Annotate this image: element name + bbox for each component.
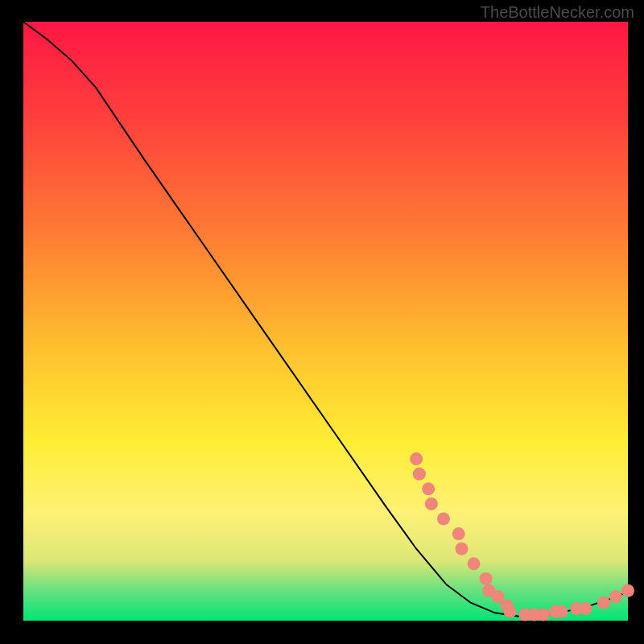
data-marker bbox=[467, 557, 480, 570]
plot-background bbox=[23, 22, 628, 621]
data-marker bbox=[609, 590, 622, 603]
data-marker bbox=[452, 527, 465, 540]
data-marker bbox=[504, 605, 517, 618]
data-marker bbox=[555, 605, 568, 618]
data-marker bbox=[537, 609, 550, 621]
watermark-text: TheBottleNecker.com bbox=[481, 3, 634, 22]
data-marker bbox=[621, 584, 634, 597]
data-marker bbox=[422, 482, 435, 495]
data-marker bbox=[425, 497, 438, 510]
data-marker bbox=[413, 468, 426, 481]
data-marker bbox=[410, 452, 423, 465]
data-marker bbox=[579, 602, 592, 615]
chart-canvas bbox=[0, 0, 644, 644]
data-marker bbox=[480, 572, 493, 585]
data-marker bbox=[437, 513, 450, 526]
data-marker bbox=[455, 543, 468, 555]
data-marker bbox=[597, 597, 610, 609]
